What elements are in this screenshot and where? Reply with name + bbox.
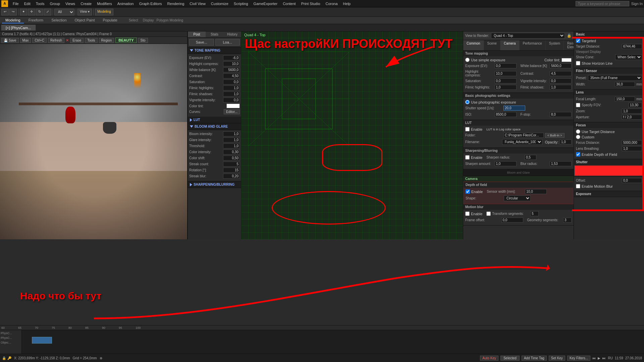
rs-filmic-hi-input[interactable]	[495, 85, 517, 90]
curves-editor-btn[interactable]: Editor...	[224, 109, 240, 114]
post-save-btn[interactable]: Save...	[189, 39, 214, 46]
rs-tab-performance[interactable]: Performance	[520, 40, 546, 50]
menu-scripting[interactable]: Scripting	[231, 1, 251, 6]
rs-wb-input[interactable]	[550, 63, 572, 68]
post-load-btn[interactable]: Loa...	[215, 39, 240, 46]
key-filters-btn[interactable]: Key Filters...	[567, 356, 591, 361]
color-tint-swatch[interactable]	[226, 104, 240, 108]
rs-filmic-sh-input[interactable]	[550, 85, 572, 90]
pm-tab-populate[interactable]: Populate	[99, 17, 120, 23]
menu-content[interactable]: Content	[280, 1, 299, 6]
undo-btn[interactable]: ↩	[1, 9, 9, 15]
menu-group[interactable]: Group	[47, 1, 63, 6]
set-key-btn[interactable]: Set Key	[549, 356, 565, 361]
param-contrast-input[interactable]	[223, 73, 240, 78]
rs-frame-offset-input[interactable]	[501, 218, 523, 223]
rs-sensor-width-input[interactable]	[525, 189, 547, 194]
rs-mb-enable-cb[interactable]	[465, 212, 470, 216]
param-color-shift-input[interactable]	[223, 156, 240, 161]
param-highlight-input[interactable]	[223, 61, 240, 66]
param-filmic-hi-input[interactable]	[223, 85, 240, 90]
render-pass-label[interactable]: BEAUTY	[115, 38, 137, 43]
timeline-right[interactable]	[22, 330, 644, 354]
sharp-header[interactable]: SHARPENING/BLURRING	[188, 181, 241, 188]
cp-enable-dof-cb[interactable]	[576, 152, 580, 157]
rs-shutter-input[interactable]	[503, 106, 525, 111]
param-wb-input[interactable]	[223, 67, 240, 72]
rs-lut-opacity-input[interactable]	[560, 139, 572, 144]
rs-contrast-input[interactable]	[550, 71, 572, 76]
param-glare-input[interactable]	[223, 137, 240, 142]
rs-highlight-input[interactable]	[495, 71, 517, 76]
rs-tab-camera[interactable]: Camera	[500, 40, 520, 50]
cp-enable-mb-cb[interactable]	[576, 184, 580, 188]
sign-in-button[interactable]: Sign In	[631, 2, 643, 6]
rs-use-photo-radio[interactable]	[465, 100, 470, 104]
tab-stats[interactable]: Stats	[206, 32, 223, 37]
render-tools-btn[interactable]: Tools	[85, 38, 97, 43]
cp-custom-radio[interactable]	[576, 135, 580, 139]
rs-tab-scene[interactable]: Scene	[484, 40, 500, 50]
rs-view-select[interactable]: Quad 4 - Top	[491, 33, 565, 39]
redo-btn[interactable]: ↪	[9, 9, 17, 15]
cp-offset-input[interactable]	[622, 178, 642, 183]
param-bloom-intensity-input[interactable]	[223, 131, 240, 136]
rs-sharpen-radius-input[interactable]	[525, 155, 536, 160]
menu-corona[interactable]: Corona	[323, 1, 340, 6]
param-threshold-input[interactable]	[223, 143, 240, 148]
menu-animation[interactable]: Animation	[115, 1, 137, 6]
search-input[interactable]	[576, 1, 629, 6]
param-exposure-input[interactable]	[223, 55, 240, 60]
rs-lut-enable-cb[interactable]	[465, 127, 470, 131]
rs-dof-shape-select[interactable]: Circular Polygonal	[504, 195, 531, 201]
pm-tab-modeling[interactable]: Modeling	[2, 17, 24, 23]
render-max-btn[interactable]: Max	[20, 38, 31, 43]
rs-blur-radius-input[interactable]	[550, 161, 572, 166]
play-prev-icon[interactable]: ⏮	[592, 356, 596, 360]
rs-vignette-input[interactable]	[550, 78, 572, 83]
rs-lut-folder-input[interactable]	[503, 133, 544, 138]
render-erase-btn[interactable]: Erase	[70, 38, 84, 43]
select-btn[interactable]: ✦	[20, 9, 27, 15]
menu-create[interactable]: Create	[78, 1, 94, 6]
menu-views[interactable]: Views	[63, 1, 78, 6]
rs-tab-render-elements[interactable]: Render Elements	[564, 40, 574, 50]
cp-fov-cb[interactable]	[576, 103, 580, 107]
rs-ev-input[interactable]	[495, 63, 517, 68]
render-save-btn[interactable]: 💾 Save	[1, 38, 19, 43]
rs-fstop-input[interactable]	[550, 112, 572, 117]
param-filmic-sh-input[interactable]	[223, 92, 240, 97]
render-refresh-btn[interactable]: Refresh	[48, 38, 64, 43]
cp-focus-dist-input[interactable]	[622, 140, 642, 145]
param-rotation-input[interactable]	[223, 168, 240, 173]
move-btn[interactable]: ✛	[28, 9, 35, 15]
rs-use-simple-radio[interactable]	[465, 58, 470, 62]
auto-key-btn[interactable]: Auto Key	[480, 356, 498, 361]
scale-btn[interactable]: ⤢	[44, 9, 51, 15]
menu-game-exporter[interactable]: GameExporter	[251, 1, 280, 6]
menu-graph-editors[interactable]: Graph Editors	[137, 1, 165, 6]
add-time-tag-btn[interactable]: Add Time Tag	[522, 356, 547, 361]
pm-subtab-select[interactable]: Select	[129, 18, 138, 22]
param-vignette-input[interactable]	[223, 98, 240, 103]
rs-lut-filename-select[interactable]: Funiiq_Advantix_100	[502, 139, 542, 145]
menu-file[interactable]: File	[10, 1, 21, 6]
pm-tab-object-paint[interactable]: Object Paint	[71, 17, 98, 23]
cp-focal-input[interactable]	[615, 97, 635, 102]
view-btn[interactable]: View ▾	[77, 9, 92, 15]
rs-sharp-enable-cb[interactable]	[465, 155, 470, 160]
cp-width-input[interactable]	[615, 82, 635, 87]
pm-subtab-display[interactable]: Display	[143, 18, 154, 22]
cp-aperture-input[interactable]	[622, 115, 642, 120]
render-ctrlc-btn[interactable]: Ctrl+C	[32, 38, 47, 43]
rs-tab-common[interactable]: Common	[463, 40, 484, 50]
timeline-key-1[interactable]	[32, 337, 52, 344]
param-color-intensity-input[interactable]	[223, 149, 240, 155]
viewport-tab-main[interactable]: [+] [PhysCam...	[1, 25, 36, 31]
cp-lens-breathing-input[interactable]	[622, 146, 642, 151]
menu-rendering[interactable]: Rendering	[165, 1, 187, 6]
render-region-btn[interactable]: Region	[99, 38, 114, 43]
status-selected-display[interactable]: Selected	[500, 356, 520, 361]
tone-mapping-header[interactable]: TONE MAPPING	[188, 47, 241, 54]
pm-tab-selection[interactable]: Selection	[48, 17, 70, 23]
